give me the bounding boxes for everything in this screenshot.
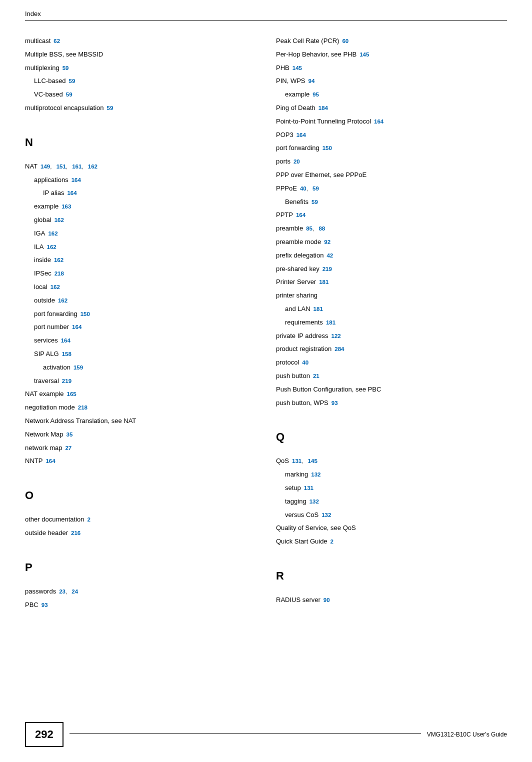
entry-text: prefix delegation — [276, 252, 324, 259]
page-reference[interactable]: 24 — [72, 588, 78, 594]
index-entry: prefix delegation42 — [276, 250, 507, 261]
page-reference[interactable]: 184 — [318, 105, 328, 111]
entry-text: network map — [25, 444, 62, 452]
page-reference[interactable]: 181 — [326, 320, 336, 326]
page-separator: , — [82, 164, 84, 170]
page-reference[interactable]: 162 — [47, 244, 56, 250]
index-entry: Point-to-Point Tunneling Protocol164 — [276, 116, 507, 127]
entry-text: versus CoS — [285, 511, 318, 518]
entry-text: NNTP — [25, 457, 42, 464]
index-entry: Ping of Death184 — [276, 103, 507, 114]
page-reference[interactable]: 164 — [72, 177, 81, 183]
page-reference[interactable]: 149 — [40, 164, 50, 170]
section-letter: R — [276, 570, 507, 582]
page-reference[interactable]: 164 — [296, 212, 306, 218]
page-reference[interactable]: 93 — [332, 400, 338, 406]
page-reference[interactable]: 131 — [292, 458, 302, 464]
page-reference[interactable]: 94 — [308, 78, 315, 84]
page-reference[interactable]: 40 — [302, 360, 308, 366]
page-reference[interactable]: 164 — [61, 338, 70, 344]
page-reference[interactable]: 161 — [72, 164, 82, 170]
page-reference[interactable]: 132 — [311, 472, 320, 478]
entry-text: services — [34, 336, 58, 344]
page-reference[interactable]: 122 — [332, 333, 341, 339]
page-reference[interactable]: 85 — [306, 226, 312, 232]
page-reference[interactable]: 181 — [319, 279, 328, 285]
page-reference[interactable]: 164 — [46, 458, 55, 464]
page-reference[interactable]: 145 — [292, 65, 302, 71]
index-entry: LLC-based59 — [34, 76, 256, 86]
page-reference[interactable]: 218 — [78, 404, 88, 410]
right-column: Peak Cell Rate (PCR)60Per-Hop Behavior, … — [276, 36, 507, 613]
page-reference[interactable]: 162 — [88, 164, 98, 170]
page-reference[interactable]: 42 — [326, 252, 333, 258]
entry-text: example — [34, 202, 58, 210]
page-reference[interactable]: 20 — [294, 158, 300, 164]
entry-text: requirements — [285, 318, 323, 326]
page-reference[interactable]: 59 — [312, 186, 319, 192]
page-reference[interactable]: 2 — [88, 516, 90, 522]
page-reference[interactable]: 150 — [80, 311, 90, 317]
page-reference[interactable]: 92 — [324, 239, 330, 245]
page-reference[interactable]: 164 — [296, 132, 306, 138]
entry-text: IGA — [34, 230, 45, 237]
page-reference[interactable]: 164 — [374, 118, 384, 124]
page-reference[interactable]: 219 — [322, 266, 332, 272]
page-reference[interactable]: 21 — [313, 373, 320, 379]
page-reference[interactable]: 59 — [107, 105, 114, 111]
page-reference[interactable]: 164 — [67, 190, 76, 196]
page-reference[interactable]: 59 — [312, 199, 318, 205]
index-entry: Quick Start Guide2 — [276, 536, 507, 547]
index-entry: Benefits59 — [285, 197, 507, 208]
page-reference[interactable]: 151 — [56, 164, 66, 170]
page-reference[interactable]: 88 — [318, 226, 325, 232]
page-reference[interactable]: 59 — [69, 78, 76, 84]
page-reference[interactable]: 40 — [300, 186, 306, 192]
page-reference[interactable]: 23 — [59, 588, 66, 594]
index-entry: POP3164 — [276, 130, 507, 140]
page-reference[interactable]: 62 — [54, 38, 60, 44]
page-reference[interactable]: 162 — [50, 284, 60, 290]
page-reference[interactable]: 216 — [71, 530, 80, 536]
page-reference[interactable]: 60 — [342, 38, 348, 44]
page-container: Index multicast62Multiple BSS, see MBSSI… — [0, 0, 532, 762]
page-reference[interactable]: 162 — [54, 257, 64, 263]
entry-text: Benefits — [285, 198, 308, 206]
page-reference[interactable]: 181 — [314, 306, 323, 312]
page-reference[interactable]: 131 — [304, 485, 314, 491]
entry-text: SIP ALG — [34, 350, 59, 358]
page-reference[interactable]: 162 — [48, 230, 58, 236]
index-entry: Network Map35 — [25, 430, 256, 440]
page-reference[interactable]: 2 — [330, 538, 334, 544]
entry-text: IPSec — [34, 270, 52, 277]
page-reference[interactable]: 165 — [67, 391, 76, 397]
page-reference[interactable]: 158 — [62, 351, 72, 357]
section-letter: O — [25, 489, 256, 502]
page-reference[interactable]: 132 — [310, 498, 319, 504]
page-reference[interactable]: 132 — [322, 512, 331, 518]
page-reference[interactable]: 162 — [58, 298, 68, 304]
page-reference[interactable]: 27 — [65, 445, 72, 451]
index-entry: PPPoE40, 59 — [276, 184, 507, 194]
page-reference[interactable]: 162 — [54, 217, 64, 223]
page-reference[interactable]: 284 — [334, 346, 344, 352]
entry-text: NAT example — [25, 390, 64, 398]
page-reference[interactable]: 159 — [74, 364, 83, 370]
page-reference[interactable]: 145 — [308, 458, 318, 464]
entry-text: example — [285, 90, 310, 98]
entry-text: protocol — [276, 358, 299, 366]
page-reference[interactable]: 163 — [62, 204, 71, 210]
page-reference[interactable]: 90 — [324, 597, 330, 603]
page-reference[interactable]: 59 — [66, 92, 72, 98]
page-reference[interactable]: 145 — [360, 52, 369, 58]
page-reference[interactable]: 219 — [62, 378, 72, 384]
page-reference[interactable]: 164 — [72, 324, 82, 330]
page-reference[interactable]: 150 — [322, 145, 332, 151]
page-reference[interactable]: 59 — [62, 65, 69, 71]
page-reference[interactable]: 95 — [312, 92, 319, 98]
page-reference[interactable]: 93 — [42, 602, 48, 608]
page-reference[interactable]: 35 — [66, 432, 73, 438]
page-reference[interactable]: 218 — [54, 270, 64, 276]
entry-text: global — [34, 216, 52, 224]
index-entry: multiplexing59 — [25, 63, 256, 74]
